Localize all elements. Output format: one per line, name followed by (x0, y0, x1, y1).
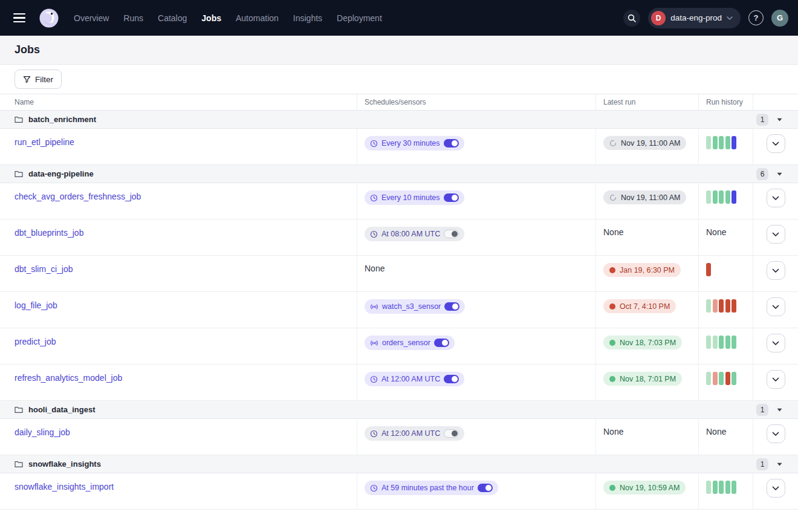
run-history-bar-red[interactable] (731, 299, 736, 313)
group-collapse-toggle[interactable] (777, 118, 782, 122)
run-history-bar-green[interactable] (725, 136, 730, 149)
job-link[interactable]: refresh_analytics_model_job (15, 373, 122, 383)
latest-run-pill[interactable]: Nov 18, 7:03 PM (603, 336, 682, 349)
run-history-bar-green[interactable] (713, 136, 718, 149)
run-history-bar-lightgreen[interactable] (706, 372, 711, 385)
run-history-bar-green[interactable] (731, 336, 736, 349)
run-history-bar-green[interactable] (719, 190, 724, 204)
nav-item-automation[interactable]: Automation (236, 13, 279, 23)
job-expand-button[interactable] (767, 479, 785, 498)
user-avatar[interactable]: G (771, 10, 788, 27)
nav-item-runs[interactable]: Runs (123, 13, 143, 23)
schedule-pill[interactable]: At 12:00 AM UTC (365, 372, 464, 386)
group-collapse-toggle[interactable] (777, 408, 782, 412)
job-expand-button[interactable] (767, 134, 785, 153)
run-history-bar-salmon[interactable] (713, 372, 718, 385)
job-expand-button[interactable] (767, 261, 785, 280)
latest-run-pill[interactable]: Jan 19, 6:30 PM (603, 263, 681, 277)
filter-button[interactable]: Filter (15, 70, 62, 89)
schedule-toggle[interactable] (444, 193, 459, 202)
run-history-bar-red[interactable] (725, 372, 730, 385)
run-history-bar-green[interactable] (731, 372, 736, 385)
sensor-pill[interactable]: watch_s3_sensor (365, 299, 465, 314)
nav-item-catalog[interactable]: Catalog (158, 13, 187, 23)
run-history-bar-green[interactable] (719, 481, 724, 494)
run-history-bars[interactable] (706, 136, 736, 149)
run-history-bar-red[interactable] (725, 299, 730, 313)
schedule-toggle[interactable] (444, 139, 459, 148)
run-history-bar-green[interactable] (725, 190, 730, 204)
schedule-toggle[interactable] (444, 375, 459, 383)
latest-run-pill[interactable]: Nov 19, 11:00 AM (603, 190, 686, 204)
run-history-bar-green[interactable] (713, 190, 718, 204)
run-history-bars[interactable] (706, 299, 736, 313)
run-history-bar-lightgreen[interactable] (706, 299, 711, 313)
latest-run-pill[interactable]: Nov 19, 10:59 AM (603, 481, 686, 495)
job-expand-button[interactable] (767, 225, 785, 244)
group-row-hooli_data_ingest[interactable]: hooli_data_ingest1 (0, 401, 798, 419)
schedule-toggle[interactable] (444, 302, 459, 311)
run-history-bar-salmon[interactable] (713, 299, 718, 313)
schedule-toggle[interactable] (444, 230, 459, 238)
latest-run-pill[interactable]: Oct 7, 4:10 PM (603, 299, 676, 313)
schedule-pill[interactable]: Every 30 minutes (365, 136, 464, 151)
job-link[interactable]: predict_job (15, 337, 56, 346)
run-history-bar-lightgreen[interactable] (706, 136, 711, 149)
group-row-snowflake_insights[interactable]: snowflake_insights1 (0, 455, 798, 473)
schedule-pill[interactable]: At 59 minutes past the hour (365, 481, 498, 495)
run-history-bar-red[interactable] (719, 299, 724, 313)
schedule-toggle[interactable] (434, 339, 449, 347)
job-link[interactable]: dbt_blueprints_job (15, 228, 83, 238)
schedule-pill[interactable]: Every 10 minutes (365, 190, 464, 205)
nav-item-overview[interactable]: Overview (74, 13, 109, 23)
latest-run-pill[interactable]: Nov 18, 7:01 PM (603, 372, 682, 386)
job-expand-button[interactable] (767, 424, 785, 443)
run-history-bar-green[interactable] (725, 481, 730, 494)
nav-item-deployment[interactable]: Deployment (337, 13, 382, 23)
run-history-bar-lightgreen[interactable] (706, 336, 711, 349)
run-history-bar-green[interactable] (731, 481, 736, 494)
run-history-bars[interactable] (706, 481, 736, 494)
run-history-bar-blue[interactable] (731, 190, 736, 204)
group-row-batch_enrichment[interactable]: batch_enrichment1 (0, 111, 798, 129)
job-expand-button[interactable] (767, 189, 785, 207)
schedule-toggle[interactable] (478, 484, 493, 492)
help-button[interactable]: ? (748, 10, 764, 25)
deployment-switcher[interactable]: D data-eng-prod (648, 8, 741, 28)
run-history-bar-green[interactable] (719, 136, 724, 149)
run-history-bars[interactable] (706, 372, 736, 385)
job-link[interactable]: dbt_slim_ci_job (15, 264, 73, 274)
run-history-bars[interactable] (706, 263, 711, 276)
run-history-bars[interactable] (706, 190, 736, 204)
group-collapse-toggle[interactable] (777, 462, 782, 466)
job-link[interactable]: run_etl_pipeline (15, 137, 74, 147)
schedule-pill[interactable]: At 12:00 AM UTC (365, 426, 464, 441)
job-expand-button[interactable] (767, 334, 785, 352)
nav-item-jobs[interactable]: Jobs (201, 13, 221, 23)
schedule-toggle[interactable] (444, 429, 459, 438)
latest-run-pill[interactable]: Nov 19, 11:00 AM (603, 136, 686, 150)
group-row-data-eng-pipeline[interactable]: data-eng-pipeline6 (0, 165, 798, 183)
job-expand-button[interactable] (767, 370, 785, 389)
run-history-bar-lightgreen[interactable] (706, 190, 711, 204)
menu-icon[interactable] (13, 10, 30, 27)
run-history-bar-green[interactable] (719, 372, 724, 385)
sensor-pill[interactable]: orders_sensor (365, 336, 455, 350)
run-history-bars[interactable] (706, 336, 736, 349)
group-collapse-toggle[interactable] (777, 172, 782, 176)
job-expand-button[interactable] (767, 297, 785, 316)
job-link[interactable]: check_avg_orders_freshness_job (15, 192, 141, 201)
search-button[interactable] (623, 10, 640, 27)
run-history-bar-green[interactable] (713, 481, 718, 494)
run-history-bar-lightgreen[interactable] (706, 481, 711, 494)
job-link[interactable]: snowflake_insights_import (15, 482, 114, 491)
job-link[interactable]: log_file_job (15, 300, 57, 310)
run-history-bar-green[interactable] (719, 336, 724, 349)
run-history-bar-lightgreen[interactable] (713, 336, 718, 349)
dagster-logo-icon[interactable] (37, 7, 60, 30)
run-history-bar-red[interactable] (706, 263, 711, 276)
run-history-bar-green[interactable] (725, 336, 730, 349)
job-link[interactable]: daily_sling_job (15, 427, 70, 437)
nav-item-insights[interactable]: Insights (293, 13, 322, 23)
schedule-pill[interactable]: At 08:00 AM UTC (365, 227, 464, 241)
